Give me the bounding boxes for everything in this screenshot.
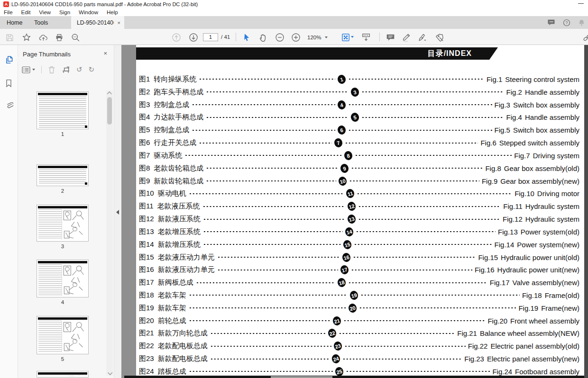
add-star-icon[interactable] [22, 33, 31, 42]
page-number-input[interactable]: 1 [203, 33, 218, 41]
page-fit-icon[interactable] [341, 33, 350, 42]
toc-title-zh: 老款增压系统 [158, 227, 201, 236]
chevron-down-icon [325, 36, 328, 38]
comment-icon[interactable] [386, 33, 395, 42]
feedback-bubble-icon[interactable] [547, 19, 555, 26]
panel-close-icon[interactable]: × [103, 50, 107, 57]
previous-page-icon[interactable] [172, 33, 181, 42]
toc-title-zh: 前轮总成 [158, 316, 186, 325]
toc-page-badge: 3 [350, 87, 360, 98]
tab-tools[interactable]: Tools [28, 16, 55, 29]
dot-leader [351, 267, 472, 273]
dot-leader [358, 216, 500, 223]
toc-title-en: Frame(old) [545, 291, 579, 299]
dot-leader [217, 254, 340, 261]
toc-page-badge: 14 [344, 226, 354, 237]
page-thumbnails-panel-icon[interactable] [5, 55, 13, 64]
minimize-button[interactable]: — [578, 1, 584, 7]
page-thumbnail[interactable] [37, 205, 89, 242]
main-toolbar: 1 / 41 120% [0, 29, 588, 45]
scroll-down-icon[interactable] [106, 370, 113, 376]
toc-title-en: Gear box assembly(old) [504, 164, 579, 172]
sign-pen-icon[interactable] [418, 33, 428, 42]
menu-item[interactable]: View [39, 9, 51, 15]
print-icon[interactable] [55, 33, 64, 42]
menu-bar: File Edit View Sign Window Help [0, 9, 588, 16]
thumbnail-options-icon[interactable] [22, 66, 35, 73]
toc-title-en: Handle assembly [525, 88, 579, 96]
tab-home[interactable]: Home [0, 16, 29, 29]
rotate-cw-icon[interactable]: ↻ [89, 66, 95, 73]
dot-leader [348, 127, 492, 134]
tab-document[interactable]: LD-950-20140604... × [71, 16, 124, 29]
hand-tool-icon[interactable] [258, 33, 268, 42]
toc-fig-number-zh: 图5 [139, 126, 150, 135]
help-question-icon[interactable]: ? [563, 19, 570, 27]
collapse-panel-icon[interactable] [116, 210, 119, 215]
dot-leader [206, 89, 349, 95]
scrollbar-thumb[interactable] [107, 97, 112, 125]
delete-pages-icon[interactable] [48, 66, 55, 74]
save-icon[interactable] [5, 33, 14, 42]
dot-leader [346, 368, 490, 375]
panel-divider [114, 45, 121, 378]
dot-leader [203, 241, 341, 248]
dot-leader [192, 101, 335, 108]
crop-pages-icon[interactable] [62, 66, 70, 74]
notifications-bell-icon[interactable] [578, 19, 585, 27]
tab-close-icon[interactable]: × [118, 20, 120, 26]
menu-item[interactable]: Window [79, 9, 98, 15]
menu-item[interactable]: File [4, 9, 13, 15]
toc-row: 图12 新款液压系统 13 Fig.12 Hydraulic system [139, 213, 579, 225]
toc-title-en: Footboard assembly [515, 368, 579, 376]
page-thumbnail[interactable] [37, 371, 89, 378]
panel-scrollbar[interactable] [106, 90, 113, 376]
page-thumbnail[interactable] [37, 164, 89, 186]
panel-toolbar: ↺ ↻ [22, 64, 94, 75]
share-cloud-icon[interactable] [38, 33, 48, 42]
page-thumbnail[interactable] [37, 91, 89, 129]
dot-leader [348, 101, 492, 108]
attachments-panel-icon[interactable] [5, 101, 13, 109]
dot-leader [206, 165, 338, 171]
toc-fig-number-zh: 图21 [139, 329, 154, 338]
link-icon[interactable] [582, 33, 588, 42]
zoom-out-icon[interactable] [275, 33, 285, 42]
fill-sign-icon[interactable] [435, 33, 444, 42]
acrobat-app-icon: A [3, 1, 9, 7]
menu-item[interactable]: Sign [59, 9, 70, 15]
toc-title-zh: 老款液压动力单元 [158, 253, 215, 262]
toc-fig-number-en: Fig.3 [495, 101, 510, 109]
highlighter-icon[interactable] [402, 33, 412, 42]
dot-leader [203, 228, 343, 235]
toc-fig-number-en: Fig.1 [487, 75, 502, 83]
dot-leader [360, 292, 520, 298]
tab-document-label: LD-950-20140604... [77, 19, 114, 26]
toc-row: 图2 跑车头手柄总成 3 Fig.2 Handle assembly [139, 86, 579, 99]
menu-item[interactable]: Edit [21, 9, 31, 15]
scroll-up-icon[interactable] [106, 90, 113, 96]
page-thumbnail[interactable] [37, 260, 89, 297]
select-tool-icon[interactable] [242, 33, 251, 42]
horizontal-scrollbar-thumb[interactable] [271, 376, 332, 378]
zoom-in-icon[interactable] [291, 33, 301, 42]
menu-item[interactable]: Help [107, 9, 118, 15]
toc-title-zh: 新款车架 [158, 304, 186, 313]
page-thumbnail[interactable] [37, 316, 89, 354]
next-page-icon[interactable] [189, 33, 198, 42]
rotate-ccw-icon[interactable]: ↺ [76, 66, 83, 73]
toc-row: 图21 新款万向轮总成 22 Fig.21 Balance wheel asse… [139, 327, 579, 340]
search-icon[interactable] [71, 33, 80, 42]
toc-fig-number-en: Fig.17 [490, 279, 510, 287]
dot-leader [217, 267, 339, 273]
zoom-level-dropdown[interactable]: 120% [307, 33, 328, 41]
page-thumbnails-panel: Page Thumbnails × ↺ ↻ 1 2 [18, 45, 114, 378]
dot-leader [357, 190, 512, 197]
toc-fig-number-zh: 图22 [139, 342, 154, 351]
toc-title-en: Stepped switch assembly [499, 139, 579, 147]
chevron-down-icon[interactable] [351, 36, 354, 38]
dot-leader [353, 254, 476, 261]
scroll-mode-icon[interactable] [361, 33, 371, 42]
toc-fig-number-en: Fig.15 [478, 253, 498, 261]
bookmarks-panel-icon[interactable] [5, 79, 13, 88]
